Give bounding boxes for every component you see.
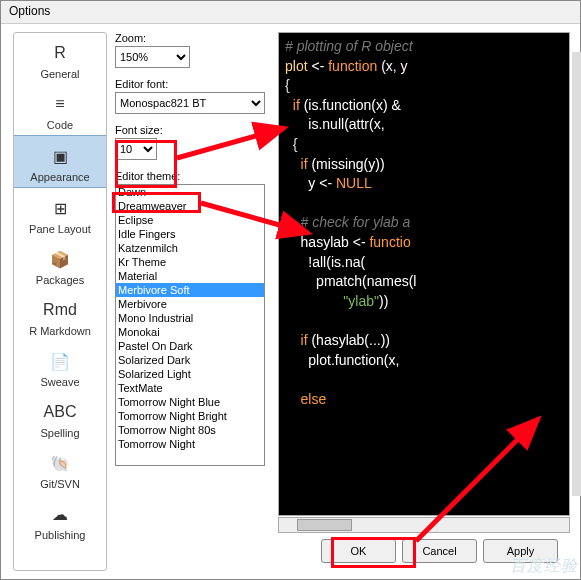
code-preview: # plotting of R objectplot <- function (… [278,32,570,516]
general-icon: R [48,41,72,65]
packages-icon: 📦 [48,247,72,271]
sidebar-item-label: Code [17,119,103,131]
theme-item[interactable]: Idle Fingers [116,227,264,241]
theme-item[interactable]: Material [116,269,264,283]
watermark: 百度经验 [510,556,578,577]
preview-pane: # plotting of R objectplot <- function (… [278,32,570,571]
sidebar-item-label: R Markdown [17,325,103,337]
sidebar-item-code[interactable]: ≡Code [14,84,106,135]
sidebar-item-sweave[interactable]: 📄Sweave [14,341,106,392]
sidebar-item-pane-layout[interactable]: ⊞Pane Layout [14,188,106,239]
theme-item[interactable]: Tomorrow Night 80s [116,423,264,437]
hscroll-thumb[interactable] [297,519,352,531]
sidebar-item-general[interactable]: RGeneral [14,33,106,84]
content: RGeneral≡Code▣Appearance⊞Pane Layout📦Pac… [1,23,580,579]
sidebar-item-git-svn[interactable]: 🐚Git/SVN [14,443,106,494]
editor-theme-list[interactable]: DawnDreamweaverEclipseIdle FingersKatzen… [115,184,265,466]
spelling-icon: ABC [48,400,72,424]
zoom-label: Zoom: [115,32,264,44]
sidebar-item-label: Packages [17,274,103,286]
sidebar-item-appearance[interactable]: ▣Appearance [14,135,106,188]
theme-item[interactable]: Merbivore [116,297,264,311]
theme-item[interactable]: Mono Industrial [116,311,264,325]
sidebar-item-label: Appearance [17,171,103,183]
sidebar-item-publishing[interactable]: ☁Publishing [14,494,106,545]
theme-item[interactable]: Tomorrow Night [116,437,264,451]
sidebar[interactable]: RGeneral≡Code▣Appearance⊞Pane Layout📦Pac… [13,32,107,571]
theme-item[interactable]: Monokai [116,325,264,339]
sidebar-item-label: Spelling [17,427,103,439]
editor-font-select[interactable]: Monospac821 BT [115,92,265,114]
options-dialog: Options RGeneral≡Code▣Appearance⊞Pane La… [0,0,581,580]
theme-item[interactable]: TextMate [116,381,264,395]
theme-item[interactable]: Eclipse [116,213,264,227]
cancel-button[interactable]: Cancel [402,539,477,563]
sweave-icon: 📄 [48,349,72,373]
sidebar-item-packages[interactable]: 📦Packages [14,239,106,290]
ok-button[interactable]: OK [321,539,396,563]
theme-item[interactable]: Tomorrow Night Blue [116,395,264,409]
editor-font-label: Editor font: [115,78,264,90]
theme-item[interactable]: Solarized Light [116,367,264,381]
settings-pane: Zoom: 150% Editor font: Monospac821 BT F… [111,24,268,579]
appearance-icon: ▣ [48,144,72,168]
theme-item[interactable]: Katzenmilch [116,241,264,255]
window-title: Options [9,4,50,18]
sidebar-item-spelling[interactable]: ABCSpelling [14,392,106,443]
code-icon: ≡ [48,92,72,116]
publishing-icon: ☁ [48,502,72,526]
font-size-select[interactable]: 10 [115,138,157,160]
theme-item[interactable]: Dreamweaver [116,199,264,213]
git-svn-icon: 🐚 [48,451,72,475]
titlebar[interactable]: Options [1,1,580,23]
editor-theme-label: Editor theme: [115,170,264,182]
sidebar-item-label: Git/SVN [17,478,103,490]
theme-item[interactable]: Solarized Dark [116,353,264,367]
font-size-label: Font size: [115,124,264,136]
pane-layout-icon: ⊞ [48,196,72,220]
theme-item[interactable]: Pastel On Dark [116,339,264,353]
theme-item[interactable]: Kr Theme [116,255,264,269]
sidebar-item-label: Sweave [17,376,103,388]
preview-hscroll[interactable] [278,517,570,533]
r-markdown-icon: Rmd [48,298,72,322]
preview-vscroll[interactable] [572,52,581,496]
sidebar-item-r-markdown[interactable]: RmdR Markdown [14,290,106,341]
theme-item[interactable]: Tomorrow Night Bright [116,409,264,423]
zoom-select[interactable]: 150% [115,46,190,68]
sidebar-item-label: Publishing [17,529,103,541]
theme-item[interactable]: Dawn [116,185,264,199]
sidebar-item-label: General [17,68,103,80]
theme-item[interactable]: Merbivore Soft [116,283,264,297]
sidebar-item-label: Pane Layout [17,223,103,235]
